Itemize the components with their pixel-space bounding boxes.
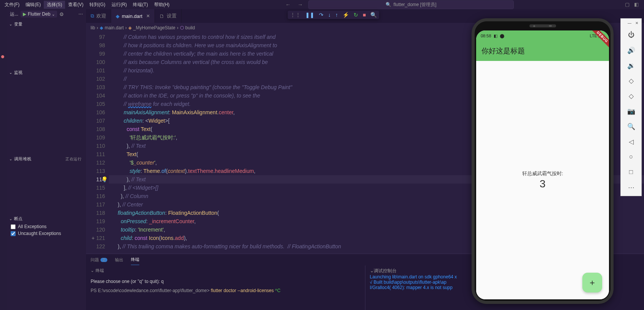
chevron-down-icon: ⌄ (52, 12, 55, 16)
command-center[interactable]: 🔍 flutter_dome [管理员] (308, 0, 514, 9)
layout-panel-icon[interactable]: ▢ (625, 2, 631, 8)
activity-bar (0, 9, 7, 310)
warning-badge (1, 55, 5, 59)
tab-output[interactable]: 输出 (115, 255, 123, 265)
close-tab-icon[interactable]: ✕ (146, 13, 150, 19)
variables-header[interactable]: ⌄变量 (7, 21, 86, 28)
tab-terminal[interactable]: 终端 (131, 254, 139, 265)
floating-action-button[interactable]: ＋ (582, 273, 602, 292)
tab-welcome[interactable]: ⧉ 欢迎 (86, 9, 111, 23)
app-bar: 你好这是标题 (476, 41, 609, 61)
step-over-icon[interactable]: ↷ (319, 12, 324, 18)
search-icon: 🔍 (386, 2, 391, 7)
watch-header[interactable]: ⌄监视 (7, 69, 86, 76)
breakpoints-section: ⌄断点 All Exceptions Uncaught Exceptions (7, 214, 86, 239)
home-icon[interactable]: ○ (624, 150, 638, 164)
settings-file-icon: 🗋 (159, 13, 164, 19)
gear-icon[interactable]: ⚙ (59, 11, 64, 17)
title-bar-actions: ▢ ◧ (625, 2, 642, 8)
checkbox-all-exceptions[interactable]: All Exceptions (11, 223, 82, 230)
callstack-header[interactable]: ⌄调用堆栈正在运行 (7, 155, 86, 163)
menu-item[interactable]: 转到(G) (86, 1, 108, 9)
camera-icon[interactable]: 📷 (624, 104, 638, 118)
hot-reload-icon[interactable]: ⚡ (343, 12, 349, 18)
close-icon[interactable]: ✕ (635, 21, 638, 25)
debug-config-selector[interactable]: ▶ Flutter Deb ⌄ (21, 11, 57, 18)
menu-bar: 文件(F)编辑(E)选择(S)查看(V)转到(G)运行(R)终端(T)帮助(H)… (0, 0, 644, 9)
drag-handle-icon[interactable]: ⋮⋮ (290, 12, 301, 18)
android-emulator: 08:58 ◧ ⬤ LTE ◿◢ 你好这是标题 DEBUG 轩总威武霸气按时: … (472, 18, 614, 304)
app-body: 轩总威武霸气按时: 3 (476, 61, 609, 299)
nav-back-icon[interactable]: ← (284, 2, 292, 8)
tab-settings[interactable]: 🗋 设置 (155, 9, 182, 23)
zoom-icon[interactable]: 🔍 (624, 120, 638, 133)
back-icon[interactable]: ◁ (624, 135, 638, 149)
phone-notch (529, 24, 556, 27)
menu-items: 文件(F)编辑(E)选择(S)查看(V)转到(G)运行(R)终端(T)帮助(H) (2, 1, 172, 9)
debug-header: 运... ▶ Flutter Deb ⌄ ⚙ ⋯ (7, 9, 86, 19)
menu-item[interactable]: 文件(F) (2, 1, 22, 9)
debug-config-name: Flutter Deb (28, 11, 50, 17)
pause-icon[interactable]: ❚❚ (305, 12, 314, 18)
menu-item[interactable]: 编辑(E) (22, 1, 44, 9)
chevron-down-icon[interactable]: ⌄ (370, 268, 374, 273)
more-icon[interactable]: ⋯ (624, 181, 638, 194)
method-icon: ⬡ (180, 25, 184, 30)
phone-screen[interactable]: 08:58 ◧ ⬤ LTE ◿◢ 你好这是标题 DEBUG 轩总威武霸气按时: … (476, 30, 609, 299)
step-out-icon[interactable]: ↑ (335, 12, 338, 18)
stop-icon[interactable]: ■ (363, 12, 366, 18)
dart-file-icon: ◆ (116, 13, 120, 19)
tab-problems[interactable]: 问题2 (91, 255, 107, 265)
start-debug-icon[interactable]: ▶ (23, 11, 26, 17)
volume-up-icon[interactable]: 🔊 (624, 43, 638, 57)
terminal-pane[interactable]: ⌄终端 Please choose one (or "q" to quit): … (86, 265, 365, 310)
restart-icon[interactable]: ↻ (354, 12, 358, 18)
minimize-icon[interactable]: — (628, 21, 631, 25)
search-text: flutter_dome [管理员] (394, 2, 437, 8)
rotate-left-icon[interactable]: ◇ (624, 74, 638, 88)
variables-section: ⌄变量 (7, 19, 86, 29)
volume-down-icon[interactable]: 🔉 (624, 59, 638, 72)
breakpoints-header[interactable]: ⌄断点 (7, 215, 86, 222)
power-icon[interactable]: ⏻ (624, 28, 638, 42)
terminal-line: PS E:\vscode\codewledance.com\flutter-ap… (91, 288, 360, 293)
debug-toolbar: ⋮⋮ ❚❚ ↷ ↓ ↑ ⚡ ↻ ■ 🔍 (288, 11, 379, 19)
phone-status-bar: 08:58 ◧ ⬤ LTE ◿◢ (476, 30, 609, 41)
tab-main-dart[interactable]: ◆ main.dart ✕ (111, 9, 155, 23)
terminal-line: Please choose one (or "q" to quit): q (91, 279, 360, 284)
step-into-icon[interactable]: ↓ (328, 12, 331, 18)
line-number-gutter: 9798991001011021031041051061071081091101… (86, 33, 109, 254)
vscode-icon: ⧉ (91, 13, 94, 19)
menu-item[interactable]: 运行(R) (108, 1, 130, 9)
run-label: 运... (10, 11, 18, 18)
counter-value: 3 (540, 178, 546, 190)
rotate-right-icon[interactable]: ◇ (624, 89, 638, 103)
checkbox-uncaught-exceptions[interactable]: Uncaught Exceptions (11, 230, 82, 237)
more-icon[interactable]: ⋯ (78, 11, 83, 17)
run-debug-sidebar: 运... ▶ Flutter Deb ⌄ ⚙ ⋯ ⌄变量 ⌄监视 ⌄调用堆栈正在… (7, 9, 86, 310)
chevron-down-icon[interactable]: ⌄ (91, 268, 94, 273)
menu-item[interactable]: 选择(S) (44, 1, 65, 9)
overview-icon[interactable]: □ (624, 165, 638, 179)
class-icon: ◈ (128, 25, 132, 30)
body-text: 轩总威武霸气按时: (522, 170, 563, 177)
menu-item[interactable]: 帮助(H) (151, 1, 173, 9)
app-title: 你好这是标题 (481, 46, 525, 56)
devtools-icon[interactable]: 🔍 (370, 12, 377, 18)
menu-item[interactable]: 查看(V) (65, 1, 86, 9)
emulator-controls: — ✕ ⏻ 🔊 🔉 ◇ ◇ 📷 🔍 ◁ ○ □ ⋯ (620, 18, 642, 196)
callstack-section: ⌄调用堆栈正在运行 (7, 154, 86, 164)
menu-item[interactable]: 终端(T) (130, 1, 151, 9)
plus-icon: ＋ (588, 277, 596, 288)
dart-file-icon: ◆ (100, 25, 103, 30)
layout-sidebar-icon[interactable]: ◧ (634, 2, 640, 8)
nav-forward-icon[interactable]: → (296, 2, 304, 8)
watch-section: ⌄监视 (7, 67, 86, 78)
